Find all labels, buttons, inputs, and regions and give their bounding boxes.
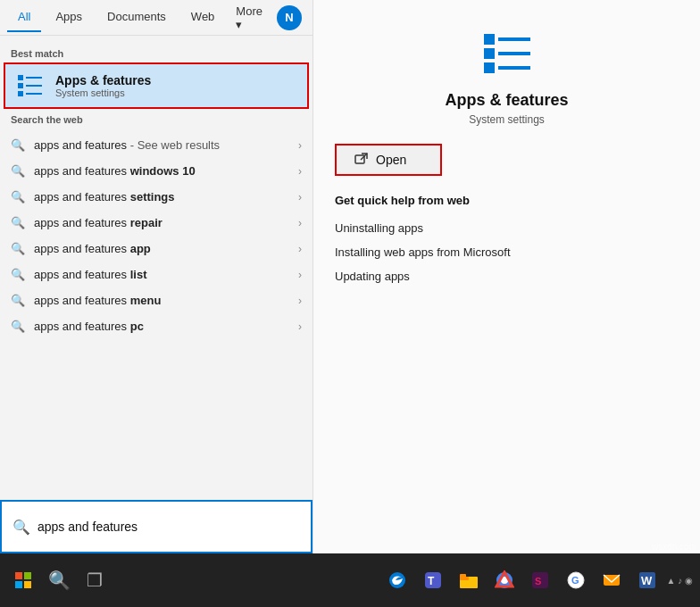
- results-area: Best match Apps & features System settin…: [0, 36, 312, 500]
- open-icon: [354, 153, 369, 167]
- best-match-text: Apps & features System settings: [55, 73, 151, 98]
- quick-help-title: Get quick help from web: [335, 194, 679, 207]
- user-avatar[interactable]: N: [277, 5, 302, 30]
- quick-help-link-1[interactable]: Installing web apps from Microsoft: [335, 240, 679, 264]
- list-item[interactable]: 🔍 apps and features windows 10 ›: [0, 158, 312, 184]
- search-icon: 🔍: [11, 190, 25, 204]
- result-text: apps and features windows 10: [34, 164, 289, 178]
- taskbar-teams-icon[interactable]: T: [417, 564, 449, 596]
- list-item[interactable]: 🔍 apps and features app ›: [0, 236, 312, 262]
- search-icon: 🔍: [11, 138, 25, 152]
- svg-rect-10: [498, 52, 530, 55]
- quick-help-link-0[interactable]: Uninstalling apps: [335, 216, 679, 240]
- list-item[interactable]: 🔍 apps and features - See web results ›: [0, 132, 312, 158]
- search-icon: 🔍: [11, 164, 25, 178]
- right-panel: Apps & features System settings Open Get…: [312, 0, 700, 553]
- app-icon-svg: [480, 27, 534, 80]
- taskbar-google-icon[interactable]: G: [560, 564, 592, 596]
- tab-documents[interactable]: Documents: [96, 3, 177, 32]
- taskbar-edge-icon[interactable]: [381, 564, 413, 596]
- app-subtitle: System settings: [335, 113, 679, 126]
- taskbar-word-icon[interactable]: W: [631, 564, 663, 596]
- tab-more[interactable]: More ▾: [229, 0, 270, 38]
- app-title: Apps & features: [335, 91, 679, 110]
- svg-rect-8: [484, 62, 495, 73]
- taskbar-right: ▲ ♪ ◉: [667, 576, 693, 586]
- search-icon: 🔍: [11, 216, 25, 229]
- search-input[interactable]: [38, 520, 300, 534]
- taskbar-mail-icon[interactable]: [596, 564, 628, 596]
- result-text: apps and features repair: [34, 216, 289, 229]
- taskbar-time: ▲ ♪ ◉: [667, 576, 693, 586]
- result-text: apps and features app: [34, 242, 289, 255]
- taskbar-widgets-icon[interactable]: ❐: [79, 564, 111, 596]
- svg-text:W: W: [641, 574, 653, 587]
- result-text: apps and features - See web results: [34, 138, 289, 152]
- list-item[interactable]: 🔍 apps and features menu ›: [0, 287, 312, 313]
- search-box-bar: 🔍: [0, 500, 312, 553]
- taskbar-search-icon[interactable]: 🔍: [43, 564, 75, 596]
- svg-rect-9: [498, 37, 530, 41]
- search-icon: 🔍: [11, 268, 25, 281]
- chevron-icon: ›: [298, 295, 302, 307]
- best-match-item[interactable]: Apps & features System settings: [4, 62, 309, 109]
- app-icon-area: [335, 27, 679, 80]
- chevron-icon: ›: [298, 217, 302, 229]
- chevron-icon: ›: [298, 191, 302, 204]
- svg-text:G: G: [571, 575, 579, 586]
- svg-rect-6: [484, 34, 495, 45]
- tab-all[interactable]: All: [7, 3, 41, 32]
- search-panel: All Apps Documents Web More ▾ N 🗨 ⋯ ✕ Be…: [0, 0, 312, 553]
- result-text: apps and features settings: [34, 190, 289, 204]
- taskbar-chrome-icon[interactable]: [488, 564, 521, 596]
- list-item[interactable]: 🔍 apps and features pc ›: [0, 313, 312, 339]
- svg-rect-16: [15, 581, 22, 588]
- svg-rect-3: [26, 77, 42, 79]
- chevron-icon: ›: [298, 165, 302, 178]
- tab-web[interactable]: Web: [180, 3, 226, 32]
- web-search-items: 🔍 apps and features - See web results › …: [0, 129, 312, 343]
- open-button[interactable]: Open: [335, 144, 442, 176]
- search-box-icon: 🔍: [12, 519, 30, 536]
- taskbar: 🔍 ❐ T S: [0, 553, 700, 607]
- search-icon: 🔍: [11, 320, 25, 333]
- best-match-subtitle: System settings: [55, 87, 151, 98]
- svg-rect-2: [18, 91, 23, 96]
- best-match-label: Best match: [0, 43, 312, 62]
- list-item[interactable]: 🔍 apps and features settings ›: [0, 184, 312, 210]
- svg-rect-7: [484, 48, 495, 59]
- result-text: apps and features list: [34, 268, 289, 281]
- taskbar-explorer-icon[interactable]: [453, 564, 485, 596]
- chevron-icon: ›: [298, 320, 302, 333]
- svg-rect-0: [18, 75, 23, 80]
- chevron-icon: ›: [298, 139, 302, 152]
- svg-text:S: S: [535, 576, 541, 586]
- chevron-icon: ›: [298, 243, 302, 255]
- svg-rect-23: [460, 574, 466, 578]
- start-button[interactable]: [7, 564, 39, 596]
- svg-text:T: T: [428, 575, 435, 587]
- list-item[interactable]: 🔍 apps and features repair ›: [0, 210, 312, 236]
- taskbar-slack-icon[interactable]: S: [524, 564, 556, 596]
- watermark: wsxdn.com: [652, 542, 696, 552]
- svg-rect-4: [26, 85, 42, 87]
- result-text: apps and features pc: [34, 320, 289, 333]
- result-text: apps and features menu: [34, 294, 289, 307]
- svg-rect-11: [498, 66, 530, 70]
- list-item[interactable]: 🔍 apps and features list ›: [0, 262, 312, 287]
- tabs-bar: All Apps Documents Web More ▾ N 🗨 ⋯ ✕: [0, 0, 312, 36]
- search-icon: 🔍: [11, 242, 25, 255]
- search-icon: 🔍: [11, 294, 25, 307]
- svg-rect-15: [24, 572, 31, 579]
- quick-help-link-2[interactable]: Updating apps: [335, 264, 679, 288]
- tab-apps[interactable]: Apps: [45, 3, 93, 32]
- svg-rect-1: [18, 83, 23, 88]
- best-match-title: Apps & features: [55, 73, 151, 87]
- web-section-label: Search the web: [0, 109, 312, 129]
- svg-rect-17: [24, 581, 31, 588]
- apps-features-icon: [16, 71, 45, 100]
- chevron-icon: ›: [298, 269, 302, 281]
- svg-rect-5: [26, 93, 42, 95]
- svg-rect-14: [15, 572, 22, 579]
- svg-rect-12: [355, 155, 364, 163]
